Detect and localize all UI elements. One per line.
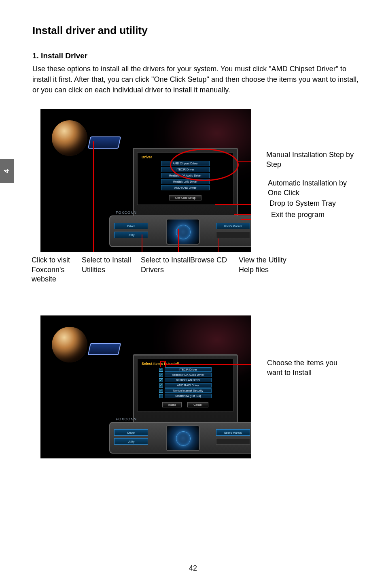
annotation-line: [165, 364, 251, 365]
annotation-line: [241, 219, 251, 220]
checkbox-icon[interactable]: ✓: [159, 389, 163, 393]
bottom-console: FOXCONN Driver Utility User's Manual: [109, 422, 251, 454]
install-button[interactable]: Install: [162, 402, 182, 407]
section-body: Use these options to install all the dri…: [32, 64, 362, 95]
section-heading: 1. Install Driver: [32, 51, 362, 60]
annotation-line: [178, 229, 179, 252]
utility-tab-button[interactable]: Utility: [114, 232, 148, 238]
foxconn-logo-badge: [88, 136, 121, 149]
callout-auto: Automatic Installation by One Click: [268, 179, 361, 198]
browse-cd-dial[interactable]: [166, 219, 200, 245]
select-items-title: Select items to install: [142, 362, 229, 366]
driver-panel-title: Driver: [142, 155, 229, 159]
driver-item[interactable]: ITECIR Driver: [161, 167, 210, 172]
tray-icon-group: [219, 424, 235, 431]
checkbox-icon[interactable]: ✓: [159, 378, 163, 382]
driver-item[interactable]: AMD RAID Driver: [161, 185, 210, 190]
driver-tab-button[interactable]: Driver: [114, 223, 148, 229]
users-manual-button[interactable]: User's Manual: [216, 429, 250, 436]
annotation-line: [234, 214, 251, 215]
one-click-setup-button[interactable]: One Click Setup: [169, 195, 201, 200]
callout-help: View the Utility Help files: [239, 256, 299, 275]
page-title: Install driver and utility: [32, 24, 362, 37]
minimize-tray-icon[interactable]: [219, 424, 227, 431]
callout-utilities: Select to Install Utilities: [82, 256, 138, 275]
driver-item[interactable]: Realtek LAN Driver: [161, 179, 210, 184]
driver-monitor: Driver AMD Chipset Driver ITECIR Driver …: [133, 148, 238, 217]
page-number: 42: [0, 564, 386, 573]
annotation-ellipse: [170, 149, 239, 181]
driver-tab-button[interactable]: Driver: [114, 429, 148, 436]
annotation-line: [160, 361, 166, 362]
annotation-line: [218, 239, 219, 252]
install-item-row[interactable]: ✓AMD RAID Driver: [159, 383, 212, 388]
install-item-row[interactable]: SmartView (For IE8): [159, 394, 212, 398]
install-item-row[interactable]: ✓Norton Internet Security: [159, 388, 212, 393]
checkbox-icon[interactable]: ✓: [159, 373, 163, 377]
console-slot: [216, 438, 250, 445]
utility-tab-button[interactable]: Utility: [114, 438, 148, 445]
chapter-tab: 4: [0, 159, 14, 183]
figure-2-block: Select items to install ✓ITECIR Driver ✓…: [40, 315, 362, 469]
bottom-console: FOXCONN Driver Utility User's Manual: [109, 215, 251, 247]
console-brand[interactable]: FOXCONN: [116, 417, 137, 421]
annotation-line: [93, 141, 94, 252]
figure-2: Select items to install ✓ITECIR Driver ✓…: [40, 315, 251, 458]
driver-item[interactable]: AMD Chipset Driver: [161, 161, 210, 166]
figure-1-block: Driver AMD Chipset Driver ITECIR Driver …: [40, 109, 362, 291]
driver-item[interactable]: Realtek HDA Audio Driver: [161, 173, 210, 178]
minimize-tray-icon[interactable]: [219, 217, 227, 224]
checkbox-icon[interactable]: ✓: [159, 383, 163, 388]
planet-graphic: [52, 327, 87, 362]
exit-icon[interactable]: [228, 217, 235, 224]
browse-cd-dial[interactable]: [166, 425, 200, 451]
install-item-row[interactable]: ✓Realtek LAN Driver: [159, 378, 212, 382]
exit-icon[interactable]: [228, 424, 235, 431]
users-manual-button[interactable]: User's Manual: [216, 223, 250, 229]
figure-1: Driver AMD Chipset Driver ITECIR Driver …: [40, 109, 251, 252]
tray-icon-group: [219, 217, 235, 224]
planet-graphic: [52, 120, 87, 156]
checkbox-icon[interactable]: ✓: [159, 368, 163, 372]
checkbox-icon[interactable]: [159, 394, 163, 398]
callout-drivers: Select to Install Drivers: [141, 256, 193, 275]
annotation-line: [142, 234, 142, 252]
foxconn-logo-badge: [88, 343, 121, 355]
install-item-row[interactable]: ✓ITECIR Driver: [159, 367, 212, 372]
cancel-button[interactable]: Cancel: [187, 402, 208, 407]
annotation-line: [238, 161, 251, 162]
annotation-line: [215, 204, 251, 205]
install-item-row[interactable]: ✓Realtek HDA Audio Driver: [159, 373, 212, 377]
callout-tray: Drop to System Tray: [269, 199, 363, 208]
callout-choose-items: Choose the items you want to Install: [267, 358, 352, 377]
select-items-monitor: Select items to install ✓ITECIR Driver ✓…: [133, 354, 238, 424]
annotation-line: [165, 361, 166, 367]
callout-browse: Browse CD: [190, 256, 235, 265]
console-slot: [216, 232, 250, 238]
annotation-line: [160, 361, 161, 367]
callout-exit: Exit the program: [271, 210, 364, 219]
console-brand[interactable]: FOXCONN: [116, 211, 137, 215]
callout-manual: Manual Installation Step by Step: [266, 150, 355, 169]
callout-website: Click to visit Foxconn's website: [32, 256, 80, 284]
